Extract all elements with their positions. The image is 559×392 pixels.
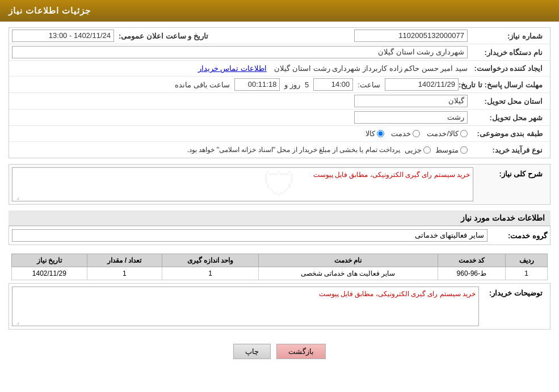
table-cell-unit: 1 <box>162 267 259 280</box>
deadline-group: 1402/11/29 ساعت: 14:00 5 روز و 00:11:18 … <box>12 78 459 91</box>
th-service-name: نام خدمت <box>259 254 438 267</box>
buyer-desc-row: توضیحات خریدار: خرید سیستم رای گیری الکت… <box>9 284 550 329</box>
table-header: ردیف کد خدمت نام خدمت واحد اندازه گیری ت… <box>12 254 548 267</box>
radio-motavaset-input[interactable] <box>460 146 468 154</box>
response-days: 5 <box>305 81 309 89</box>
radio-khedmat[interactable]: خدمت <box>391 129 420 138</box>
announce-date-label: تاریخ و ساعت اعلان عمومی: <box>114 32 213 40</box>
row-province: استان محل تحویل: گیلان <box>9 93 550 109</box>
page-container: جزئیات اطلاعات نیاز شماره نیاز: 11020051… <box>0 0 559 392</box>
requester-field: سید امیر حسن حاکم زاده کاربرداز شهرداری … <box>12 64 468 73</box>
service-group-value: سایر فعالیتهای خدماتی <box>12 229 487 242</box>
main-form-section: شماره نیاز: 1102005132000077 تاریخ و ساع… <box>9 27 550 158</box>
need-number-label: شماره نیاز: <box>468 32 547 40</box>
radio-kala-khedmat[interactable]: کالا/خدمت <box>427 129 468 138</box>
response-date-value: 1402/11/29 <box>385 78 459 91</box>
radio-motavaset[interactable]: متوسط <box>435 146 468 154</box>
row-response-deadline: مهلت ارسال پاسخ: تا تاریخ: 1402/11/29 سا… <box>9 77 550 93</box>
province-value: گیلان <box>354 95 468 107</box>
table-header-row: ردیف کد خدمت نام خدمت واحد اندازه گیری ت… <box>12 254 548 267</box>
city-label: شهر محل تحویل: <box>468 113 547 122</box>
services-table-container: ردیف کد خدمت نام خدمت واحد اندازه گیری ت… <box>9 251 550 283</box>
table-body: 1ط-96-960سایر فعالیت های خدماتی شخصی1114… <box>12 267 548 280</box>
service-group-label: گروه خدمت: <box>490 231 547 240</box>
radio-jozii-label: جزیی <box>405 146 422 154</box>
button-row: بازگشت چاپ <box>9 335 550 368</box>
category-label: طبقه بندی موضوعی: <box>468 129 547 138</box>
city-field: رشت <box>12 111 468 124</box>
service-group-field: سایر فعالیتهای خدماتی <box>12 229 487 242</box>
page-header: جزئیات اطلاعات نیاز <box>0 0 559 22</box>
response-deadline-field: 1402/11/29 ساعت: 14:00 5 روز و 00:11:18 … <box>12 78 459 91</box>
response-time-label: ساعت: <box>358 81 380 89</box>
need-desc-row: شرح کلی نیاز: خرید سیستم رای گیری الکترو… <box>9 165 550 204</box>
table-cell-row_num: 1 <box>506 267 548 280</box>
radio-kala-khedmat-label: کالا/خدمت <box>427 129 459 138</box>
requester-value: سید امیر حسن حاکم زاده کاربرداز شهرداری … <box>274 64 468 73</box>
table-cell-service_name: سایر فعالیت های خدماتی شخصی <box>259 267 438 280</box>
radio-jozii[interactable]: جزیی <box>405 146 431 154</box>
response-remaining-value: 00:11:18 <box>234 78 280 91</box>
service-group-section: گروه خدمت: سایر فعالیتهای خدماتی <box>9 226 550 245</box>
buyer-desc-value: خرید سیستم رای گیری الکترونیکی، مطابق فا… <box>12 286 479 326</box>
requester-label: ایجاد کننده درخواست: <box>468 64 547 73</box>
back-button[interactable]: بازگشت <box>276 344 326 359</box>
buyer-org-value: شهرداری رشت استان گیلان <box>12 46 468 58</box>
response-time-value: 14:00 <box>313 78 353 91</box>
row-requester: ایجاد کننده درخواست: سید امیر حسن حاکم ز… <box>9 61 550 77</box>
category-radio-group: کالا/خدمت خدمت کالا <box>12 129 468 138</box>
buyer-desc-section: توضیحات خریدار: خرید سیستم رای گیری الکت… <box>9 283 550 330</box>
row-city: شهر محل تحویل: رشت <box>9 109 550 126</box>
resize-handle-2: ⌟ <box>14 319 19 324</box>
th-row-num: ردیف <box>506 254 548 267</box>
table-cell-date: 1402/11/29 <box>12 267 87 280</box>
radio-kala-label: کالا <box>365 129 375 138</box>
row-category: طبقه بندی موضوعی: کالا/خدمت خدمت <box>9 126 550 142</box>
province-label: استان محل تحویل: <box>468 97 547 106</box>
need-desc-field-container: خرید سیستم رای گیری الکترونیکی، مطابق فا… <box>12 167 473 201</box>
need-desc-label: شرح کلی نیاز: <box>473 167 547 178</box>
response-deadline-label: مهلت ارسال پاسخ: تا تاریخ: <box>459 81 547 89</box>
radio-jozii-input[interactable] <box>423 146 431 154</box>
service-group-row: گروه خدمت: سایر فعالیتهای خدماتی <box>9 226 550 245</box>
buyer-desc-label: توضیحات خریدار: <box>479 286 547 297</box>
table-row: 1ط-96-960سایر فعالیت های خدماتی شخصی1114… <box>12 267 548 280</box>
purchase-type-group: متوسط جزیی پرداخت تمام یا بخشی از مبلغ خ… <box>12 146 468 154</box>
main-content: شماره نیاز: 1102005132000077 تاریخ و ساع… <box>0 22 559 373</box>
purchase-type-label: نوع فرآیند خرید: <box>468 146 547 154</box>
radio-motavaset-label: متوسط <box>435 146 459 154</box>
need-number-value: 1102005132000077 <box>354 29 468 42</box>
purchase-type-field: متوسط جزیی پرداخت تمام یا بخشی از مبلغ خ… <box>12 146 468 154</box>
category-field: کالا/خدمت خدمت کالا <box>12 129 468 138</box>
radio-khedmat-label: خدمت <box>391 129 411 138</box>
contact-link[interactable]: اطلاعات تماس خریدار <box>198 64 267 73</box>
radio-kala[interactable]: کالا <box>365 129 384 138</box>
buyer-desc-field-container: خرید سیستم رای گیری الکترونیکی، مطابق فا… <box>12 286 479 326</box>
row-buyer-org: نام دستگاه خریدار: شهرداری رشت استان گیل… <box>9 44 550 61</box>
need-description-section: شرح کلی نیاز: خرید سیستم رای گیری الکترو… <box>9 164 550 205</box>
table-cell-count: 1 <box>87 267 162 280</box>
services-section-title: اطلاعات خدمات مورد نیاز <box>9 210 550 226</box>
row-need-number: شماره نیاز: 1102005132000077 تاریخ و ساع… <box>9 28 550 44</box>
announce-date-value: 1402/11/24 - 13:00 <box>12 29 114 42</box>
response-remaining-label: ساعت باقی مانده <box>175 81 230 89</box>
print-button[interactable]: چاپ <box>233 344 271 359</box>
table-cell-service_code: ط-96-960 <box>438 267 505 280</box>
buyer-org-field: شهرداری رشت استان گیلان <box>12 46 468 58</box>
th-count: تعداد / مقدار <box>87 254 162 267</box>
announce-date-field: 1402/11/24 - 13:00 <box>12 29 114 42</box>
resize-handle: ⌟ <box>14 194 19 200</box>
radio-kala-khedmat-input[interactable] <box>460 130 468 137</box>
response-days-label: روز و <box>284 81 300 89</box>
th-date: تاریخ نیاز <box>12 254 87 267</box>
need-desc-value: خرید سیستم رای گیری الکترونیکی، مطابق فا… <box>12 167 473 201</box>
city-value: رشت <box>354 111 468 124</box>
purchase-desc: پرداخت تمام یا بخشی از مبلغ خریدار از مح… <box>187 146 400 154</box>
province-field: گیلان <box>12 95 468 107</box>
buyer-org-label: نام دستگاه خریدار: <box>468 48 547 57</box>
radio-khedmat-input[interactable] <box>413 130 420 137</box>
radio-kala-input[interactable] <box>377 130 384 137</box>
th-unit: واحد اندازه گیری <box>162 254 259 267</box>
row-purchase-type: نوع فرآیند خرید: متوسط جزیی پرداخت تمام … <box>9 142 550 158</box>
need-number-field: 1102005132000077 <box>213 29 468 42</box>
